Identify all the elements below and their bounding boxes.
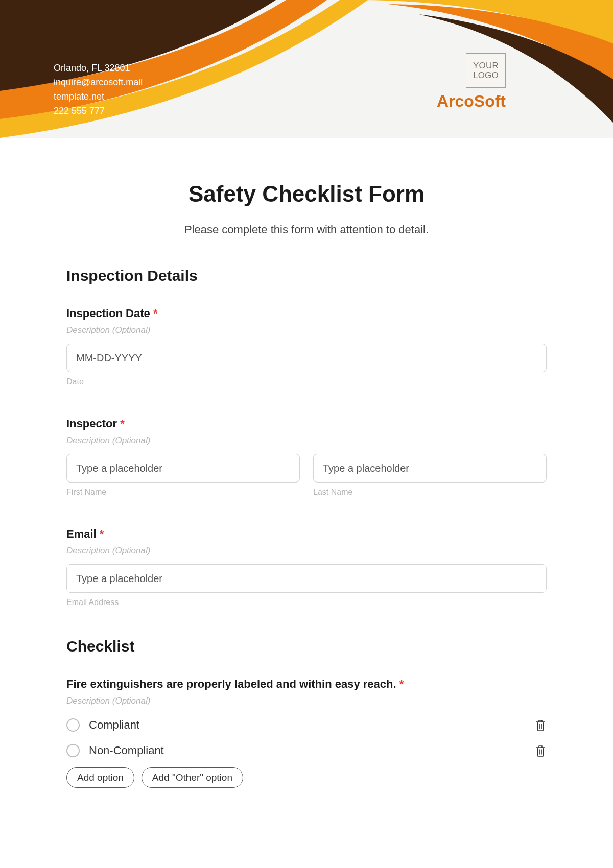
brand-block: YOUR LOGO ArcoSoft bbox=[437, 53, 506, 111]
radio-row-noncompliant: Non-Compliant bbox=[66, 740, 547, 761]
trash-icon[interactable] bbox=[534, 744, 547, 757]
fire-ext-desc: Description (Optional) bbox=[66, 696, 547, 706]
radio-row-compliant: Compliant bbox=[66, 714, 547, 736]
form-header: Orlando, FL 32801 inquire@arcosoft.mail … bbox=[0, 0, 613, 138]
inspector-desc: Description (Optional) bbox=[66, 436, 547, 446]
inspection-date-desc: Description (Optional) bbox=[66, 325, 547, 335]
field-email: Email * Description (Optional) Email Add… bbox=[66, 527, 547, 607]
inspection-date-label: Inspection Date * bbox=[66, 307, 547, 320]
field-fire-extinguishers: Fire extinguishers are properly labeled … bbox=[66, 678, 547, 788]
radio-compliant[interactable] bbox=[66, 718, 80, 732]
company-phone: 222 555 777 bbox=[54, 104, 143, 118]
field-inspection-date: Inspection Date * Description (Optional)… bbox=[66, 307, 547, 387]
company-email: inquire@arcosoft.mail bbox=[54, 76, 143, 90]
radio-noncompliant-label: Non-Compliant bbox=[89, 744, 164, 757]
form-content: Safety Checklist Form Please complete th… bbox=[66, 138, 547, 788]
trash-icon[interactable] bbox=[534, 718, 547, 732]
logo-line1: YOUR bbox=[466, 61, 505, 71]
required-marker: * bbox=[399, 678, 404, 690]
radio-noncompliant[interactable] bbox=[66, 744, 80, 757]
add-option-button[interactable]: Add option bbox=[66, 767, 134, 788]
company-info: Orlando, FL 32801 inquire@arcosoft.mail … bbox=[54, 61, 143, 118]
inspector-last-name-input[interactable] bbox=[313, 454, 547, 483]
company-address: Orlando, FL 32801 bbox=[54, 61, 143, 76]
email-desc: Description (Optional) bbox=[66, 546, 547, 556]
inspector-last-sublabel: Last Name bbox=[313, 488, 547, 497]
fire-ext-label: Fire extinguishers are properly labeled … bbox=[66, 678, 547, 691]
required-marker: * bbox=[153, 307, 158, 320]
form-subtitle: Please complete this form with attention… bbox=[66, 223, 547, 236]
inspector-first-name-input[interactable] bbox=[66, 454, 300, 483]
radio-compliant-label: Compliant bbox=[89, 718, 139, 732]
email-label: Email * bbox=[66, 527, 547, 541]
inspection-date-input[interactable] bbox=[66, 344, 547, 372]
required-marker: * bbox=[100, 527, 104, 540]
inspector-label: Inspector * bbox=[66, 417, 547, 430]
inspector-first-sublabel: First Name bbox=[66, 488, 300, 497]
email-sublabel: Email Address bbox=[66, 598, 547, 607]
inspection-date-sublabel: Date bbox=[66, 377, 547, 387]
logo-placeholder: YOUR LOGO bbox=[466, 53, 506, 88]
field-inspector: Inspector * Description (Optional) First… bbox=[66, 417, 547, 497]
section-checklist-heading: Checklist bbox=[66, 638, 547, 655]
form-title: Safety Checklist Form bbox=[66, 181, 547, 207]
logo-line2: LOGO bbox=[466, 71, 505, 81]
section-inspection-heading: Inspection Details bbox=[66, 267, 547, 284]
brand-name: ArcoSoft bbox=[437, 92, 506, 111]
required-marker: * bbox=[120, 417, 125, 430]
add-other-option-button[interactable]: Add "Other" option bbox=[142, 767, 243, 788]
email-input[interactable] bbox=[66, 564, 547, 593]
company-site: template.net bbox=[54, 90, 143, 104]
